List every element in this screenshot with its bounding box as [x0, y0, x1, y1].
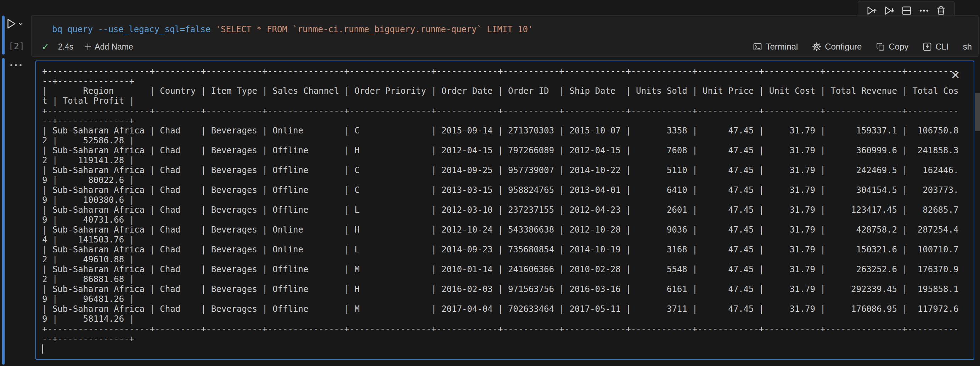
close-icon: × [951, 68, 960, 81]
cell-status-bar: ✓ 2.4s Add Name Terminal [41, 40, 972, 53]
split-cell-button[interactable] [900, 5, 913, 17]
play-icon [5, 18, 17, 30]
status-right: Terminal Configure [753, 42, 972, 52]
run-above-icon [866, 5, 877, 16]
add-name-label: Add Name [95, 42, 133, 52]
run-below-icon [884, 5, 895, 16]
copy-icon [876, 42, 885, 51]
trash-icon [936, 5, 947, 16]
code-token-query-string: 'SELECT * FROM `runme-ci.runme_bigquery.… [215, 24, 533, 35]
terminal-panel[interactable]: +--------------------+---------+--------… [35, 60, 974, 360]
output-focus-indicator [2, 58, 5, 364]
copy-button[interactable]: Copy [876, 42, 908, 52]
success-check-icon: ✓ [41, 42, 49, 52]
delete-cell-button[interactable] [935, 5, 947, 17]
execution-count: [2] [8, 41, 24, 51]
configure-button[interactable]: Configure [812, 42, 862, 52]
terminal-button[interactable]: Terminal [753, 42, 798, 52]
close-terminal-button[interactable]: × [951, 69, 960, 80]
terminal-icon [753, 42, 762, 51]
gear-icon [812, 42, 821, 51]
plus-icon [84, 43, 92, 51]
code-cell: bqquery --use_legacy_sql=false'SELECT * … [31, 15, 978, 57]
chevron-down-icon [18, 21, 23, 27]
code-editor[interactable]: bqquery --use_legacy_sql=false'SELECT * … [52, 24, 533, 35]
output-options-button[interactable] [8, 62, 24, 69]
cli-label: CLI [935, 42, 948, 52]
more-icon [919, 5, 929, 16]
zap-icon [923, 42, 932, 51]
code-token-args: query --use_legacy_sql=false [67, 24, 211, 35]
shell-type-label: sh [963, 42, 972, 52]
add-name-button[interactable]: Add Name [82, 42, 135, 52]
execution-duration: 2.4s [58, 42, 73, 52]
more-actions-button[interactable] [918, 5, 930, 17]
terminal-cursor [42, 344, 43, 353]
scrollbar-thumb[interactable] [975, 93, 980, 131]
split-cell-icon [901, 5, 912, 16]
notebook-page: { "colors": { "accent": "#3b82d6", "back… [0, 0, 980, 366]
cell-focus-indicator [2, 16, 5, 54]
status-left: ✓ 2.4s Add Name [41, 42, 135, 52]
ellipsis-icon [9, 63, 23, 67]
configure-label: Configure [825, 42, 862, 52]
copy-label: Copy [889, 42, 908, 52]
terminal-label: Terminal [766, 42, 798, 52]
cli-button[interactable]: CLI [923, 42, 948, 52]
run-cell-button[interactable] [5, 16, 25, 31]
code-token-program: bq [52, 24, 62, 35]
terminal-output-text: +--------------------+---------+--------… [42, 66, 959, 344]
